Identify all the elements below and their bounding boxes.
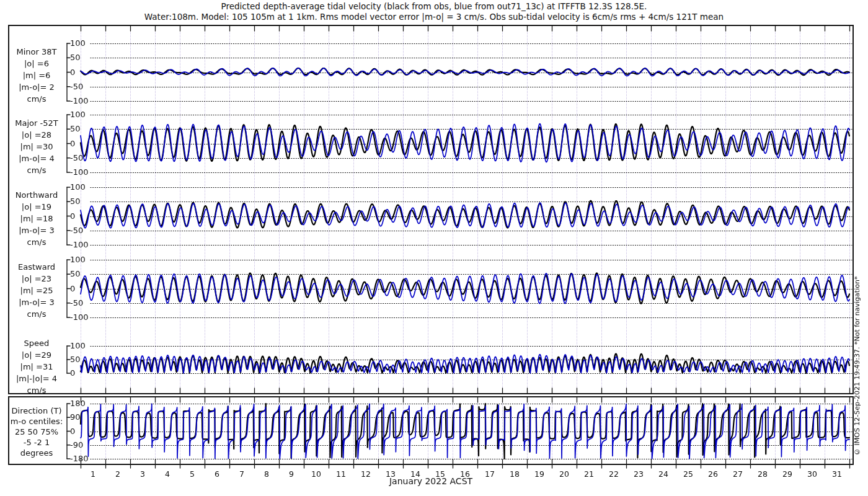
panel-label-line: 25 50 75% — [4, 427, 69, 437]
y-tick-label: 100 — [70, 183, 86, 192]
y-tick-label: -50 — [70, 154, 83, 162]
panel-label-line: Eastward — [4, 261, 69, 273]
labels-layer: Minor 38T|o| =6|m| =6|m-o|= 2cm/s100500-… — [0, 0, 868, 496]
y-tick-label: -100 — [70, 313, 89, 322]
y-tick-label: 50 — [70, 125, 81, 133]
panel-minor-labels: Minor 38T|o| =6|m| =6|m-o|= 2cm/s — [4, 46, 69, 105]
y-tick-label: 0 — [70, 212, 75, 221]
panel-label-line: Northward — [4, 189, 69, 201]
y-tick-label: -50 — [70, 82, 83, 91]
panel-label-line: Major -52T — [4, 117, 69, 129]
panel-label-line: -5 -2 1 — [4, 437, 69, 448]
panel-label-line: |m-o|= 3 — [4, 296, 69, 308]
panel-label-line: |m| =18 — [4, 213, 69, 224]
panel-label-line: cm/s — [4, 384, 69, 396]
y-tick-label: 90 — [70, 413, 81, 422]
x-axis-label: January 2022 ACST — [0, 476, 862, 486]
y-tick-label: -100 — [70, 97, 89, 105]
y-tick-label: 180 — [70, 399, 86, 408]
y-tick-label: -90 — [70, 441, 83, 450]
y-tick-label: -100 — [70, 168, 89, 177]
panel-north-labels: Northward|o| =19|m| =18|m-o|= 3cm/s — [4, 189, 69, 248]
panel-label-line: Minor 38T — [4, 46, 69, 58]
panel-label-line: |m| =6 — [4, 69, 69, 81]
watermark: © IMOS 12-Sep-2021 19:49:37. *Not for na… — [853, 239, 864, 493]
panel-label-line: Direction (T) — [4, 405, 69, 416]
y-tick-label: 0 — [70, 369, 75, 378]
panel-label-line: cm/s — [4, 308, 69, 320]
y-tick-label: 0 — [70, 427, 75, 436]
y-tick-label: 0 — [70, 285, 75, 293]
panel-dir-labels: Direction (T)m-o centiles:25 50 75%-5 -2… — [4, 405, 69, 458]
panel-label-line: m-o centiles: — [4, 416, 69, 427]
panel-label-line: |m| =30 — [4, 141, 69, 153]
panel-speed-labels: Speed|o| =29|m| =31|m|-|o|= 4cm/s — [4, 337, 69, 396]
y-tick-label: 0 — [70, 140, 75, 148]
panel-label-line: |m-o|= 2 — [4, 81, 69, 93]
panel-label-line: Speed — [4, 337, 69, 349]
panel-label-line: |o| =19 — [4, 201, 69, 213]
y-tick-label: -180 — [70, 454, 89, 463]
y-tick-label: -50 — [70, 226, 83, 235]
y-tick-label: 50 — [70, 355, 81, 364]
panel-label-line: |m|-|o|= 4 — [4, 373, 69, 384]
panel-label-line: |m-o|= 4 — [4, 153, 69, 164]
y-tick-label: -50 — [70, 299, 83, 308]
panel-label-line: |o| =6 — [4, 58, 69, 69]
y-tick-label: 50 — [70, 53, 81, 62]
panel-label-line: |o| =29 — [4, 349, 69, 361]
y-tick-label: 50 — [70, 197, 81, 206]
y-tick-label: 50 — [70, 270, 81, 278]
y-tick-label: 100 — [70, 39, 86, 48]
panel-major-labels: Major -52T|o| =28|m| =30|m-o|= 4cm/s — [4, 117, 69, 176]
y-tick-label: 100 — [70, 255, 86, 264]
y-tick-label: 100 — [70, 110, 86, 119]
panel-label-line: |m| =25 — [4, 285, 69, 296]
panel-east-labels: Eastward|o| =23|m| =25|m-o|= 3cm/s — [4, 261, 69, 320]
panel-label-line: degrees — [4, 448, 69, 458]
panel-label-line: cm/s — [4, 164, 69, 176]
y-tick-label: 100 — [70, 342, 86, 350]
y-tick-label: -100 — [70, 241, 89, 249]
panel-label-line: |m| =31 — [4, 361, 69, 373]
panel-label-line: cm/s — [4, 93, 69, 105]
panel-label-line: |o| =28 — [4, 129, 69, 141]
panel-label-line: cm/s — [4, 236, 69, 248]
panel-label-line: |m-o|= 3 — [4, 224, 69, 236]
panel-label-line: |o| =23 — [4, 273, 69, 285]
y-tick-label: 0 — [70, 68, 75, 77]
